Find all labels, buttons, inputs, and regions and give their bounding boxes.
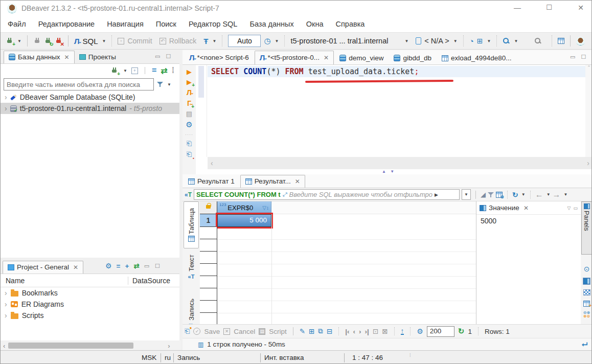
view-menu-handle-icon[interactable]: ⁞ (172, 66, 174, 75)
value-panel-content[interactable]: 5000 (476, 215, 581, 227)
execute-script-icon[interactable]: Л̴ (187, 88, 192, 97)
menu-edit[interactable]: Редактирование (38, 20, 95, 28)
nav-forward-icon[interactable]: → (553, 190, 561, 199)
tab-result-2-close-icon[interactable]: ✕ (295, 178, 300, 185)
menu-sql-editor[interactable]: Редактор SQL (189, 20, 237, 28)
tab-demo-view[interactable]: demo_view (335, 52, 388, 64)
project-item-bookmarks[interactable]: › Bookmarks (1, 287, 179, 299)
apply-filter-icon[interactable] (488, 192, 494, 198)
save-button[interactable]: Save (204, 328, 220, 335)
editor-horizontal-scrollbar[interactable]: ‹ › (208, 157, 592, 169)
grouping-panel-icon[interactable]: ⊙ (584, 265, 590, 273)
tab-script-7-active[interactable]: Л̴ *<t5-prostore-0... ✕ (255, 51, 334, 64)
last-row-icon[interactable]: ›| (365, 328, 369, 335)
tab-exload[interactable]: exload_4994de80... (437, 52, 516, 64)
metadata-panel-icon[interactable] (583, 289, 590, 295)
project-collapse-icon[interactable]: = (117, 262, 121, 270)
scroll-right-icon[interactable]: › (168, 342, 170, 350)
tab-script-6[interactable]: Л̴ *<none> Script-6 (185, 51, 254, 64)
navigator-minimize-icon[interactable]: ▭ ☐ (155, 53, 173, 60)
new-folder-icon[interactable]: + (131, 67, 138, 74)
nav-back-dropdown[interactable]: ▼ (547, 192, 551, 197)
tab-result-1[interactable]: Результат 1 (184, 175, 239, 188)
fetch-page-icon[interactable]: ⊡ (373, 327, 378, 335)
expand-chevron-icon[interactable]: › (5, 311, 7, 320)
search-metadata-dropdown[interactable]: ▼ (514, 39, 518, 43)
editor-settings-gear-icon[interactable]: ⚙ (186, 120, 192, 129)
column-filter-sort-icon[interactable]: ▽↕ (262, 205, 269, 211)
menu-database[interactable]: База данных (249, 20, 293, 28)
language-label[interactable]: ru (165, 354, 171, 361)
network-icon[interactable]: ⊞ (477, 37, 483, 45)
export-data-icon[interactable]: ↑ (401, 328, 404, 335)
grid-corner-cell[interactable] (200, 201, 217, 214)
search-metadata-icon[interactable] (503, 37, 510, 44)
tab-databases-close-icon[interactable]: ✕ (64, 54, 70, 61)
menu-window[interactable]: Окна (306, 20, 324, 28)
execute-statement-icon[interactable]: ▶ (187, 68, 192, 76)
sql-button-label[interactable]: SQL (82, 37, 98, 46)
auto-refresh-icon[interactable]: ↻ (458, 327, 465, 336)
export-result-icon[interactable]: ⎗ (187, 140, 192, 148)
first-row-icon[interactable]: |‹ (345, 328, 349, 335)
expand-chevron-icon[interactable]: › (5, 300, 7, 308)
grid-column-header[interactable]: 123 EXPR$0 ▽↕ (217, 201, 271, 214)
prev-row-icon[interactable]: ‹ (353, 328, 356, 335)
rollback-icon[interactable]: ↶ (160, 38, 166, 44)
script-button[interactable]: Script (269, 328, 287, 335)
column-header-name[interactable]: Name (1, 277, 128, 285)
close-window-button[interactable]: ✕ (569, 4, 592, 12)
references-panel-icon[interactable]: + (583, 301, 590, 307)
sql-dropdown[interactable]: ▼ (102, 39, 106, 43)
refresh-dropdown[interactable]: ▼ (521, 192, 526, 197)
open-table-icon[interactable] (558, 38, 564, 44)
transaction-mode-dropdown[interactable]: ▼ (213, 39, 217, 43)
calc-panel-icon[interactable]: ⮠ (582, 340, 587, 349)
tab-project-general[interactable]: Project - General ✕ (3, 261, 83, 274)
filter-input-box[interactable]: SELECT COUNT(*) FROM t ⤢ Введите SQL выр… (194, 189, 460, 200)
menu-help[interactable]: Справка (336, 20, 365, 28)
menu-search[interactable]: Поиск (156, 20, 176, 28)
project-minimize-icon[interactable]: ▭ ☐ (144, 263, 162, 269)
tab-databases[interactable]: Базы данных ✕ (4, 51, 75, 63)
sql-code-line[interactable]: SELECT COUNT(*) FROM test_upload_data.ti… (211, 67, 419, 76)
nav-back-icon[interactable]: ← (535, 190, 543, 199)
add-row-icon[interactable]: ⊞ (309, 327, 314, 335)
project-expand-icon[interactable]: + (125, 262, 129, 270)
value-panel-close-icon[interactable]: ✕ (523, 204, 529, 212)
tab-projects[interactable]: Проекты (75, 51, 121, 63)
commit-button[interactable]: Commit (127, 37, 152, 45)
execute-script-new-icon[interactable]: Г̴+ (187, 99, 191, 107)
rollback-button[interactable]: Rollback (169, 37, 197, 45)
dbeaver-community-icon[interactable] (576, 37, 585, 46)
editor-minimize-icon[interactable]: ▭ ☐ (570, 54, 588, 60)
navigator-new-connection-dropdown[interactable]: ▼ (123, 69, 127, 73)
minimize-window-button[interactable]: — (506, 4, 529, 12)
project-item-scripts[interactable]: › Scripts (1, 310, 179, 321)
value-panel-menu-icon[interactable]: ▽ ▭ (567, 206, 581, 211)
dashboard-icon[interactable]: ◔ (469, 37, 474, 46)
aggregate-panel-icon[interactable]: ⊖⊕⊗⊜ (583, 311, 590, 318)
column-header-datasource[interactable]: DataSource (128, 277, 170, 285)
duplicate-row-icon[interactable]: ⧉ (318, 327, 323, 335)
expand-filter-icon[interactable]: ⤢ (283, 191, 287, 198)
refresh-results-icon[interactable]: ↻ (512, 191, 518, 199)
collapse-all-icon[interactable]: = (152, 66, 156, 75)
erase-filter-icon[interactable]: ◢ (481, 191, 486, 198)
next-row-icon[interactable]: › (359, 328, 361, 335)
scroll-left-icon[interactable]: ‹ (211, 159, 213, 167)
splitter-toggle-arrows[interactable]: ▲ ▼ (382, 169, 396, 174)
panels-toggle[interactable]: Panels (581, 201, 592, 255)
side-tab-grid-active[interactable]: Таблица (184, 201, 199, 248)
transaction-log-icon[interactable]: ◷ (264, 36, 270, 46)
explain-plan-icon[interactable]: ▤ (186, 110, 192, 118)
connection-selector-dropdown[interactable]: ▼ (404, 39, 408, 43)
commit-mode-box[interactable]: Auto (228, 35, 261, 47)
tab-project-close-icon[interactable]: ✕ (73, 264, 78, 271)
tab-result-2-active[interactable]: Результат... ✕ (240, 175, 305, 188)
transaction-mode-icon[interactable]: Ŧ (203, 37, 208, 46)
connection-selector[interactable]: t5-prostore-01 ... tral1.internal (290, 37, 400, 45)
nav-forward-dropdown[interactable]: ▼ (564, 192, 568, 197)
navigator-new-connection-icon[interactable]: + (110, 67, 118, 75)
side-tab-text[interactable]: Текст «T (184, 255, 199, 292)
